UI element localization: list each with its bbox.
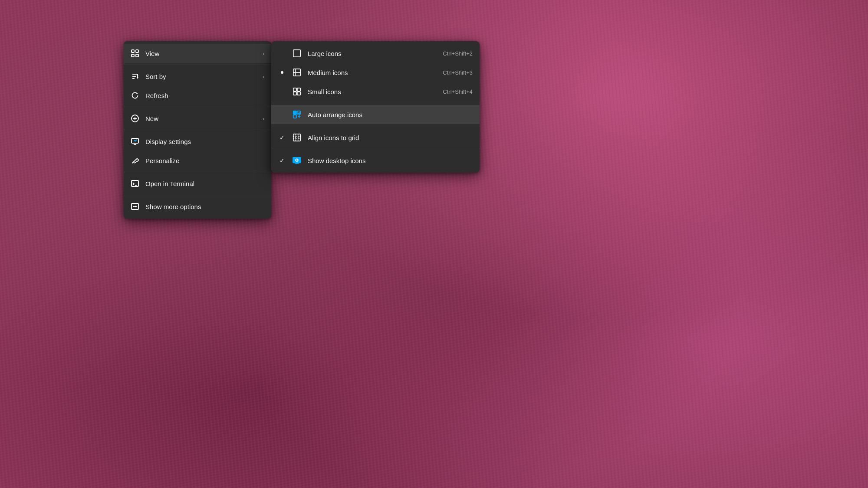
refresh-label: Refresh	[145, 92, 264, 99]
sort-label: Sort by	[145, 73, 256, 80]
menu-item-personalize[interactable]: Personalize	[124, 151, 271, 170]
small-shortcut: Ctrl+Shift+4	[443, 88, 473, 95]
display-label: Display settings	[145, 138, 264, 145]
new-icon	[131, 114, 139, 123]
separator-5	[124, 195, 271, 195]
view-submenu: Large icons Ctrl+Shift+2 Medium icons Ct…	[271, 41, 480, 173]
svg-rect-29	[293, 115, 296, 118]
svg-rect-24	[297, 88, 300, 91]
svg-line-14	[132, 162, 134, 163]
show-desktop-icon	[292, 156, 302, 165]
sub-separator-3	[271, 149, 480, 149]
menu-item-sort[interactable]: Sort by ›	[124, 67, 271, 86]
align-grid-label: Align icons to grid	[308, 134, 473, 141]
menu-item-display[interactable]: Display settings	[124, 132, 271, 151]
svg-rect-23	[293, 88, 296, 91]
svg-rect-25	[293, 92, 296, 95]
view-label: View	[145, 50, 256, 57]
small-label: Small icons	[308, 88, 437, 95]
sub-separator-1	[271, 103, 480, 103]
svg-rect-26	[297, 92, 300, 95]
sub-separator-2	[271, 126, 480, 126]
sort-arrow: ›	[263, 73, 264, 80]
svg-rect-3	[136, 54, 138, 57]
desktop-check: ✓	[278, 157, 286, 164]
large-icons-icon	[292, 49, 302, 58]
submenu-item-show-desktop[interactable]: ✓ Show desktop icons	[271, 151, 480, 170]
sort-icon	[131, 72, 139, 81]
separator-2	[124, 107, 271, 107]
svg-point-38	[296, 159, 298, 161]
menu-item-refresh[interactable]: Refresh	[124, 86, 271, 105]
submenu-item-align-grid[interactable]: ✓ Align icons to grid	[271, 128, 480, 147]
more-options-label: Show more options	[145, 203, 264, 210]
svg-rect-31	[293, 134, 300, 141]
auto-arrange-icon	[292, 110, 302, 119]
medium-icons-icon	[292, 68, 302, 77]
svg-rect-2	[132, 54, 134, 57]
context-menu-wrapper: View › Sort by ›	[124, 41, 271, 219]
context-menu: View › Sort by ›	[124, 41, 271, 219]
view-arrow: ›	[263, 50, 264, 57]
svg-rect-0	[132, 50, 134, 52]
new-label: New	[145, 115, 256, 122]
display-icon	[131, 137, 139, 146]
menu-item-view[interactable]: View ›	[124, 44, 271, 63]
menu-item-more-options[interactable]: Show more options	[124, 197, 271, 216]
menu-item-new[interactable]: New ›	[124, 109, 271, 128]
medium-label: Medium icons	[308, 69, 437, 76]
submenu-item-auto-arrange[interactable]: Auto arrange icons	[271, 105, 480, 124]
medium-bullet	[278, 71, 286, 74]
large-label: Large icons	[308, 50, 437, 57]
terminal-label: Open in Terminal	[145, 180, 264, 187]
large-shortcut: Ctrl+Shift+2	[443, 50, 473, 57]
svg-rect-19	[293, 50, 300, 57]
submenu-item-small[interactable]: Small icons Ctrl+Shift+4	[271, 82, 480, 101]
separator-4	[124, 172, 271, 172]
separator-1	[124, 65, 271, 65]
medium-shortcut: Ctrl+Shift+3	[443, 69, 473, 76]
separator-3	[124, 130, 271, 130]
menu-item-terminal[interactable]: Open in Terminal	[124, 174, 271, 193]
align-grid-icon	[292, 133, 302, 142]
small-icons-icon	[292, 87, 302, 96]
new-arrow: ›	[263, 115, 264, 122]
personalize-label: Personalize	[145, 157, 264, 164]
submenu-item-medium[interactable]: Medium icons Ctrl+Shift+3	[271, 63, 480, 82]
submenu-item-large[interactable]: Large icons Ctrl+Shift+2	[271, 44, 480, 63]
svg-rect-1	[136, 50, 138, 52]
personalize-icon	[131, 156, 139, 165]
more-options-icon	[131, 202, 139, 211]
svg-rect-27	[293, 111, 296, 114]
auto-arrange-label: Auto arrange icons	[308, 111, 473, 118]
align-check: ✓	[278, 134, 286, 141]
show-desktop-label: Show desktop icons	[308, 157, 473, 164]
view-icon	[131, 49, 139, 58]
refresh-icon	[131, 91, 139, 100]
terminal-icon	[131, 179, 139, 188]
